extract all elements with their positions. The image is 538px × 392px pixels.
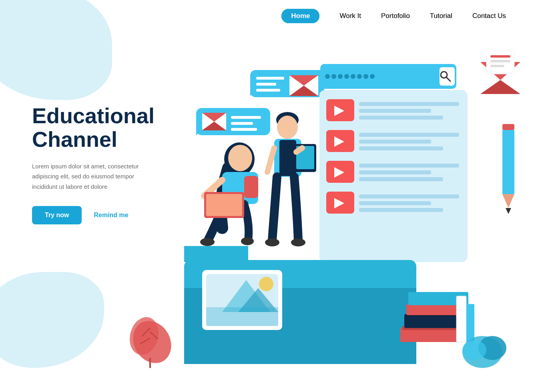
svg-point-103 bbox=[265, 238, 279, 246]
svg-rect-17 bbox=[490, 65, 504, 67]
svg-point-3 bbox=[338, 74, 343, 79]
svg-rect-42 bbox=[359, 102, 459, 106]
svg-rect-89 bbox=[244, 176, 258, 198]
svg-rect-37 bbox=[231, 122, 253, 125]
svg-rect-57 bbox=[359, 194, 459, 198]
svg-point-92 bbox=[241, 237, 254, 245]
svg-rect-52 bbox=[359, 164, 459, 168]
svg-rect-16 bbox=[490, 60, 510, 62]
main-illustration bbox=[0, 0, 538, 392]
nav-item-contact[interactable]: Contact Us bbox=[472, 12, 506, 20]
svg-rect-98 bbox=[279, 140, 296, 176]
svg-rect-59 bbox=[359, 208, 443, 212]
svg-rect-49 bbox=[359, 146, 443, 150]
svg-marker-21 bbox=[502, 194, 514, 208]
svg-rect-58 bbox=[359, 201, 431, 205]
svg-rect-76 bbox=[466, 304, 474, 342]
svg-point-85 bbox=[462, 340, 486, 360]
svg-rect-20 bbox=[502, 130, 514, 194]
nav-item-workit[interactable]: Work It bbox=[339, 12, 361, 20]
nav-item-tutorial[interactable]: Tutorial bbox=[430, 12, 452, 20]
svg-marker-22 bbox=[506, 208, 511, 214]
svg-point-1 bbox=[325, 74, 330, 79]
svg-point-91 bbox=[200, 238, 215, 246]
svg-rect-48 bbox=[359, 140, 431, 144]
svg-point-4 bbox=[344, 74, 349, 79]
svg-rect-43 bbox=[359, 109, 431, 113]
svg-rect-36 bbox=[231, 116, 261, 119]
svg-rect-94 bbox=[206, 194, 242, 216]
svg-rect-26 bbox=[256, 83, 276, 86]
svg-rect-44 bbox=[359, 116, 443, 120]
svg-rect-15 bbox=[490, 55, 510, 58]
svg-point-87 bbox=[228, 145, 252, 171]
svg-point-8 bbox=[370, 74, 375, 79]
svg-rect-53 bbox=[359, 170, 431, 174]
svg-point-104 bbox=[291, 238, 305, 246]
svg-rect-47 bbox=[359, 133, 459, 137]
nav-item-portfolio[interactable]: Portofolio bbox=[381, 12, 410, 20]
nav-item-home[interactable]: Home bbox=[281, 9, 319, 23]
svg-point-2 bbox=[331, 74, 336, 79]
navigation: Home Work It Portofolio Tutorial Contact… bbox=[0, 0, 538, 32]
svg-rect-75 bbox=[456, 296, 466, 342]
svg-rect-68 bbox=[206, 307, 278, 326]
svg-point-67 bbox=[259, 277, 273, 291]
svg-point-7 bbox=[363, 74, 368, 79]
svg-point-96 bbox=[277, 116, 298, 139]
svg-point-5 bbox=[351, 74, 355, 79]
svg-rect-38 bbox=[231, 128, 257, 131]
svg-line-101 bbox=[296, 148, 302, 152]
svg-rect-25 bbox=[256, 77, 284, 80]
svg-rect-54 bbox=[359, 177, 443, 181]
svg-point-6 bbox=[357, 74, 362, 79]
svg-rect-19 bbox=[502, 124, 514, 130]
svg-rect-61 bbox=[184, 246, 248, 262]
svg-rect-27 bbox=[256, 89, 280, 92]
svg-line-102 bbox=[267, 148, 274, 172]
